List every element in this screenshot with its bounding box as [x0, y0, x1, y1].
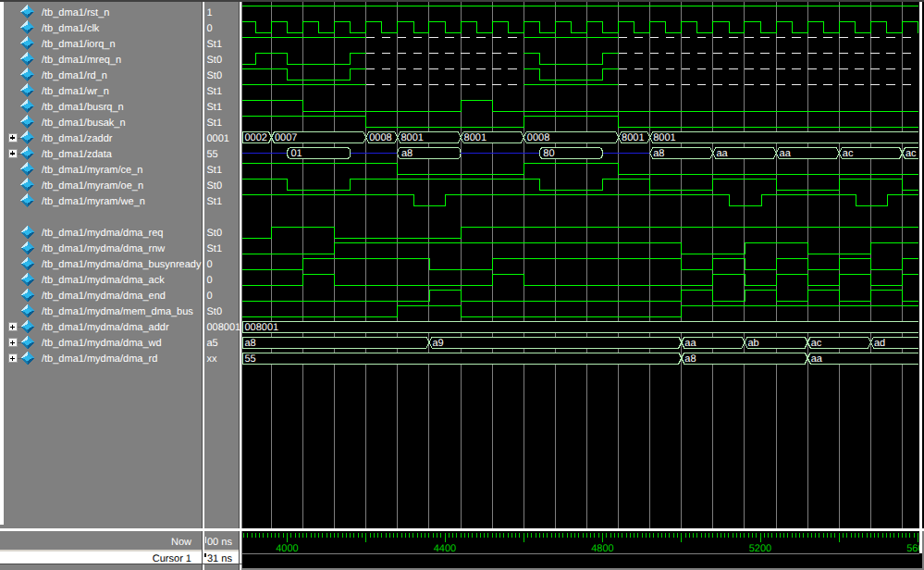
svg-text:008001: 008001 [245, 322, 279, 333]
svg-text:80: 80 [543, 148, 554, 159]
svg-text:0008: 0008 [527, 132, 549, 143]
svg-text:a5: a5 [207, 338, 218, 349]
svg-text:St1: St1 [207, 102, 223, 113]
svg-text:a8: a8 [401, 148, 413, 159]
svg-text:0007: 0007 [275, 132, 297, 143]
svg-text:/tb_dma1/busrq_n: /tb_dma1/busrq_n [42, 102, 124, 113]
svg-text:/tb_dma1/mydma/dma_wd: /tb_dma1/mydma/dma_wd [42, 338, 162, 349]
svg-text:aa: aa [684, 338, 696, 349]
svg-text:0: 0 [207, 291, 213, 302]
svg-text:St0: St0 [207, 228, 223, 239]
svg-text:/tb_dma1/mydma/dma_rd: /tb_dma1/mydma/dma_rd [42, 353, 157, 365]
svg-text:0: 0 [207, 23, 213, 34]
svg-text:5200: 5200 [749, 543, 771, 554]
svg-text:4000: 4000 [276, 543, 298, 554]
svg-text:/tb_dma1/mydma/dma_rnw: /tb_dma1/mydma/dma_rnw [42, 243, 165, 254]
svg-text:/tb_dma1/mreq_n: /tb_dma1/mreq_n [42, 55, 121, 66]
svg-text:/tb_dma1/wr_n: /tb_dma1/wr_n [42, 86, 109, 97]
svg-text:0002: 0002 [245, 132, 267, 143]
svg-text:0001: 0001 [207, 133, 229, 144]
svg-text:008001: 008001 [207, 322, 241, 333]
svg-text:/tb_dma1/mydma/dma_addr: /tb_dma1/mydma/dma_addr [42, 322, 169, 333]
svg-text:/tb_dma1/myram/oe_n: /tb_dma1/myram/oe_n [42, 180, 143, 192]
svg-text:/tb_dma1/zdata: /tb_dma1/zdata [42, 149, 113, 160]
svg-text:/tb_dma1/rst_n: /tb_dma1/rst_n [42, 7, 109, 19]
svg-text:ac: ac [811, 338, 822, 349]
svg-text:8001: 8001 [653, 132, 675, 143]
svg-text:31 ns: 31 ns [207, 553, 232, 564]
svg-text:/tb_dma1/iorq_n: /tb_dma1/iorq_n [42, 39, 116, 50]
svg-text:/tb_dma1/clk: /tb_dma1/clk [42, 23, 100, 34]
svg-text:ad: ad [874, 338, 885, 349]
svg-text:0: 0 [207, 275, 213, 286]
svg-text:/tb_dma1/mydma/dma_end: /tb_dma1/mydma/dma_end [42, 291, 166, 302]
svg-text:/tb_dma1/zaddr: /tb_dma1/zaddr [42, 133, 113, 144]
svg-text:St0: St0 [207, 70, 223, 81]
svg-text:aa: aa [780, 148, 792, 159]
svg-text:ab: ab [748, 338, 759, 349]
svg-text:/tb_dma1/mydma/dma_req: /tb_dma1/mydma/dma_req [42, 228, 163, 239]
svg-text:aa: aa [716, 148, 728, 159]
svg-text:St0: St0 [207, 306, 223, 317]
svg-text:St1: St1 [207, 39, 223, 50]
svg-text:a8: a8 [653, 148, 664, 159]
svg-text:0008: 0008 [369, 132, 391, 143]
svg-text:St1: St1 [207, 243, 223, 254]
svg-text:/tb_dma1/myram/we_n: /tb_dma1/myram/we_n [42, 196, 145, 207]
svg-text:/tb_dma1/mydma/dma_busynready: /tb_dma1/mydma/dma_busynready [42, 259, 202, 270]
svg-text:/tb_dma1/mydma/dma_ack: /tb_dma1/mydma/dma_ack [42, 275, 165, 286]
svg-text:St1: St1 [207, 196, 223, 207]
svg-text:St1: St1 [207, 118, 223, 129]
svg-text:xx: xx [207, 353, 218, 365]
svg-text:St1: St1 [207, 86, 223, 97]
svg-text:a9: a9 [432, 338, 443, 349]
svg-text:55: 55 [245, 353, 256, 365]
svg-text:55: 55 [207, 149, 218, 160]
svg-text:Now: Now [171, 537, 191, 548]
svg-text:00 ns: 00 ns [207, 537, 232, 548]
svg-text:St1: St1 [207, 165, 223, 176]
svg-text:St0: St0 [207, 180, 223, 192]
svg-text:0: 0 [207, 259, 213, 270]
svg-text:/tb_dma1/rd_n: /tb_dma1/rd_n [42, 70, 107, 81]
svg-text:1: 1 [207, 7, 213, 19]
svg-text:a8: a8 [245, 338, 256, 349]
svg-text:8001: 8001 [622, 132, 644, 143]
svg-text:8001: 8001 [464, 132, 487, 143]
svg-text:a8: a8 [684, 353, 696, 365]
svg-text:/tb_dma1/busak_n: /tb_dma1/busak_n [42, 118, 126, 129]
svg-text:4800: 4800 [591, 543, 613, 554]
svg-text:aa: aa [811, 353, 823, 365]
svg-text:/tb_dma1/mydma/mem_dma_bus: /tb_dma1/mydma/mem_dma_bus [42, 306, 193, 317]
svg-text:ac: ac [906, 148, 917, 159]
svg-text:/tb_dma1/myram/ce_n: /tb_dma1/myram/ce_n [42, 165, 142, 176]
svg-text:ac: ac [843, 148, 854, 159]
svg-text:St0: St0 [207, 55, 223, 66]
svg-text:4400: 4400 [434, 543, 456, 554]
svg-text:8001: 8001 [400, 132, 423, 143]
svg-text:01: 01 [291, 148, 302, 159]
svg-text:Cursor 1: Cursor 1 [153, 553, 191, 564]
